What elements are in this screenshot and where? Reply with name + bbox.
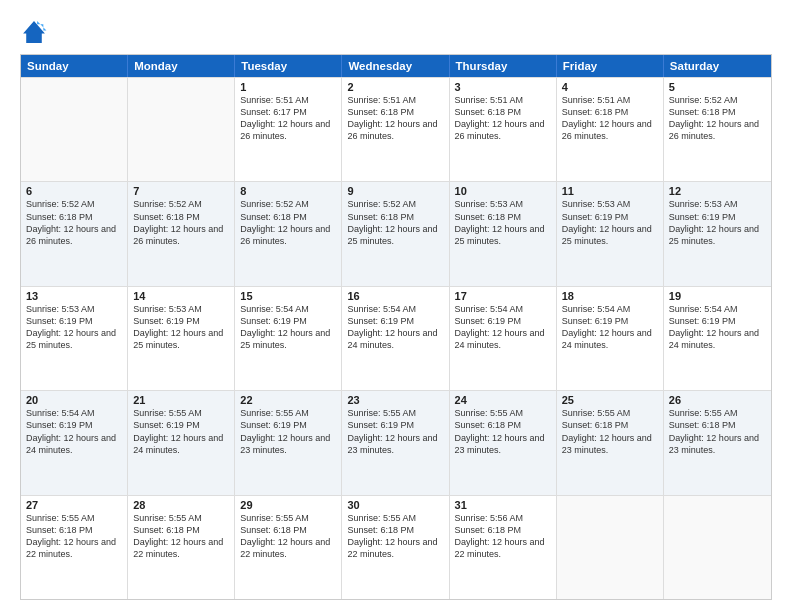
- cell-sun-info: Sunrise: 5:55 AM Sunset: 6:18 PM Dayligh…: [455, 407, 551, 456]
- calendar-cell: 18Sunrise: 5:54 AM Sunset: 6:19 PM Dayli…: [557, 287, 664, 390]
- calendar-cell: 7Sunrise: 5:52 AM Sunset: 6:18 PM Daylig…: [128, 182, 235, 285]
- cell-sun-info: Sunrise: 5:52 AM Sunset: 6:18 PM Dayligh…: [26, 198, 122, 247]
- cell-sun-info: Sunrise: 5:55 AM Sunset: 6:18 PM Dayligh…: [347, 512, 443, 561]
- cell-sun-info: Sunrise: 5:55 AM Sunset: 6:18 PM Dayligh…: [133, 512, 229, 561]
- calendar-cell: [557, 496, 664, 599]
- day-number: 14: [133, 290, 229, 302]
- cell-sun-info: Sunrise: 5:55 AM Sunset: 6:19 PM Dayligh…: [240, 407, 336, 456]
- calendar-cell: 30Sunrise: 5:55 AM Sunset: 6:18 PM Dayli…: [342, 496, 449, 599]
- calendar-cell: 16Sunrise: 5:54 AM Sunset: 6:19 PM Dayli…: [342, 287, 449, 390]
- calendar-cell: 1Sunrise: 5:51 AM Sunset: 6:17 PM Daylig…: [235, 78, 342, 181]
- cell-sun-info: Sunrise: 5:55 AM Sunset: 6:18 PM Dayligh…: [240, 512, 336, 561]
- day-number: 21: [133, 394, 229, 406]
- day-number: 19: [669, 290, 766, 302]
- day-number: 5: [669, 81, 766, 93]
- calendar-cell: 6Sunrise: 5:52 AM Sunset: 6:18 PM Daylig…: [21, 182, 128, 285]
- cell-sun-info: Sunrise: 5:51 AM Sunset: 6:18 PM Dayligh…: [562, 94, 658, 143]
- calendar: SundayMondayTuesdayWednesdayThursdayFrid…: [20, 54, 772, 600]
- day-number: 15: [240, 290, 336, 302]
- calendar-row: 13Sunrise: 5:53 AM Sunset: 6:19 PM Dayli…: [21, 286, 771, 390]
- calendar-cell: 2Sunrise: 5:51 AM Sunset: 6:18 PM Daylig…: [342, 78, 449, 181]
- cell-sun-info: Sunrise: 5:55 AM Sunset: 6:19 PM Dayligh…: [347, 407, 443, 456]
- cell-sun-info: Sunrise: 5:51 AM Sunset: 6:18 PM Dayligh…: [455, 94, 551, 143]
- cell-sun-info: Sunrise: 5:53 AM Sunset: 6:18 PM Dayligh…: [455, 198, 551, 247]
- calendar-row: 6Sunrise: 5:52 AM Sunset: 6:18 PM Daylig…: [21, 181, 771, 285]
- day-number: 10: [455, 185, 551, 197]
- day-number: 11: [562, 185, 658, 197]
- day-number: 30: [347, 499, 443, 511]
- day-number: 26: [669, 394, 766, 406]
- calendar-cell: [21, 78, 128, 181]
- logo: [20, 18, 52, 46]
- cell-sun-info: Sunrise: 5:51 AM Sunset: 6:17 PM Dayligh…: [240, 94, 336, 143]
- weekday-header: Thursday: [450, 55, 557, 77]
- day-number: 7: [133, 185, 229, 197]
- day-number: 8: [240, 185, 336, 197]
- calendar-cell: 8Sunrise: 5:52 AM Sunset: 6:18 PM Daylig…: [235, 182, 342, 285]
- calendar-body: 1Sunrise: 5:51 AM Sunset: 6:17 PM Daylig…: [21, 77, 771, 599]
- cell-sun-info: Sunrise: 5:55 AM Sunset: 6:18 PM Dayligh…: [26, 512, 122, 561]
- day-number: 16: [347, 290, 443, 302]
- logo-icon: [20, 18, 48, 46]
- day-number: 20: [26, 394, 122, 406]
- calendar-cell: 10Sunrise: 5:53 AM Sunset: 6:18 PM Dayli…: [450, 182, 557, 285]
- calendar-cell: [664, 496, 771, 599]
- day-number: 25: [562, 394, 658, 406]
- day-number: 13: [26, 290, 122, 302]
- day-number: 27: [26, 499, 122, 511]
- calendar-cell: 11Sunrise: 5:53 AM Sunset: 6:19 PM Dayli…: [557, 182, 664, 285]
- cell-sun-info: Sunrise: 5:52 AM Sunset: 6:18 PM Dayligh…: [669, 94, 766, 143]
- calendar-cell: 26Sunrise: 5:55 AM Sunset: 6:18 PM Dayli…: [664, 391, 771, 494]
- weekday-header: Sunday: [21, 55, 128, 77]
- calendar-cell: 31Sunrise: 5:56 AM Sunset: 6:18 PM Dayli…: [450, 496, 557, 599]
- weekday-header: Tuesday: [235, 55, 342, 77]
- cell-sun-info: Sunrise: 5:52 AM Sunset: 6:18 PM Dayligh…: [133, 198, 229, 247]
- calendar-cell: 22Sunrise: 5:55 AM Sunset: 6:19 PM Dayli…: [235, 391, 342, 494]
- cell-sun-info: Sunrise: 5:55 AM Sunset: 6:19 PM Dayligh…: [133, 407, 229, 456]
- cell-sun-info: Sunrise: 5:54 AM Sunset: 6:19 PM Dayligh…: [562, 303, 658, 352]
- weekday-header: Wednesday: [342, 55, 449, 77]
- header: [20, 18, 772, 46]
- cell-sun-info: Sunrise: 5:54 AM Sunset: 6:19 PM Dayligh…: [669, 303, 766, 352]
- cell-sun-info: Sunrise: 5:55 AM Sunset: 6:18 PM Dayligh…: [669, 407, 766, 456]
- calendar-cell: 21Sunrise: 5:55 AM Sunset: 6:19 PM Dayli…: [128, 391, 235, 494]
- day-number: 31: [455, 499, 551, 511]
- day-number: 23: [347, 394, 443, 406]
- calendar-cell: 13Sunrise: 5:53 AM Sunset: 6:19 PM Dayli…: [21, 287, 128, 390]
- cell-sun-info: Sunrise: 5:52 AM Sunset: 6:18 PM Dayligh…: [347, 198, 443, 247]
- cell-sun-info: Sunrise: 5:52 AM Sunset: 6:18 PM Dayligh…: [240, 198, 336, 247]
- day-number: 1: [240, 81, 336, 93]
- cell-sun-info: Sunrise: 5:53 AM Sunset: 6:19 PM Dayligh…: [26, 303, 122, 352]
- calendar-cell: 15Sunrise: 5:54 AM Sunset: 6:19 PM Dayli…: [235, 287, 342, 390]
- calendar-cell: 4Sunrise: 5:51 AM Sunset: 6:18 PM Daylig…: [557, 78, 664, 181]
- cell-sun-info: Sunrise: 5:54 AM Sunset: 6:19 PM Dayligh…: [347, 303, 443, 352]
- day-number: 12: [669, 185, 766, 197]
- cell-sun-info: Sunrise: 5:53 AM Sunset: 6:19 PM Dayligh…: [562, 198, 658, 247]
- calendar-cell: 3Sunrise: 5:51 AM Sunset: 6:18 PM Daylig…: [450, 78, 557, 181]
- calendar-cell: 20Sunrise: 5:54 AM Sunset: 6:19 PM Dayli…: [21, 391, 128, 494]
- day-number: 29: [240, 499, 336, 511]
- cell-sun-info: Sunrise: 5:56 AM Sunset: 6:18 PM Dayligh…: [455, 512, 551, 561]
- day-number: 28: [133, 499, 229, 511]
- cell-sun-info: Sunrise: 5:51 AM Sunset: 6:18 PM Dayligh…: [347, 94, 443, 143]
- calendar-cell: 24Sunrise: 5:55 AM Sunset: 6:18 PM Dayli…: [450, 391, 557, 494]
- weekday-header: Friday: [557, 55, 664, 77]
- calendar-row: 27Sunrise: 5:55 AM Sunset: 6:18 PM Dayli…: [21, 495, 771, 599]
- cell-sun-info: Sunrise: 5:53 AM Sunset: 6:19 PM Dayligh…: [669, 198, 766, 247]
- calendar-cell: 28Sunrise: 5:55 AM Sunset: 6:18 PM Dayli…: [128, 496, 235, 599]
- day-number: 3: [455, 81, 551, 93]
- cell-sun-info: Sunrise: 5:54 AM Sunset: 6:19 PM Dayligh…: [240, 303, 336, 352]
- weekday-header: Monday: [128, 55, 235, 77]
- calendar-cell: 12Sunrise: 5:53 AM Sunset: 6:19 PM Dayli…: [664, 182, 771, 285]
- day-number: 24: [455, 394, 551, 406]
- day-number: 17: [455, 290, 551, 302]
- calendar-cell: 23Sunrise: 5:55 AM Sunset: 6:19 PM Dayli…: [342, 391, 449, 494]
- day-number: 9: [347, 185, 443, 197]
- calendar-cell: 27Sunrise: 5:55 AM Sunset: 6:18 PM Dayli…: [21, 496, 128, 599]
- cell-sun-info: Sunrise: 5:53 AM Sunset: 6:19 PM Dayligh…: [133, 303, 229, 352]
- cell-sun-info: Sunrise: 5:55 AM Sunset: 6:18 PM Dayligh…: [562, 407, 658, 456]
- calendar-cell: 14Sunrise: 5:53 AM Sunset: 6:19 PM Dayli…: [128, 287, 235, 390]
- cell-sun-info: Sunrise: 5:54 AM Sunset: 6:19 PM Dayligh…: [26, 407, 122, 456]
- calendar-row: 1Sunrise: 5:51 AM Sunset: 6:17 PM Daylig…: [21, 77, 771, 181]
- day-number: 6: [26, 185, 122, 197]
